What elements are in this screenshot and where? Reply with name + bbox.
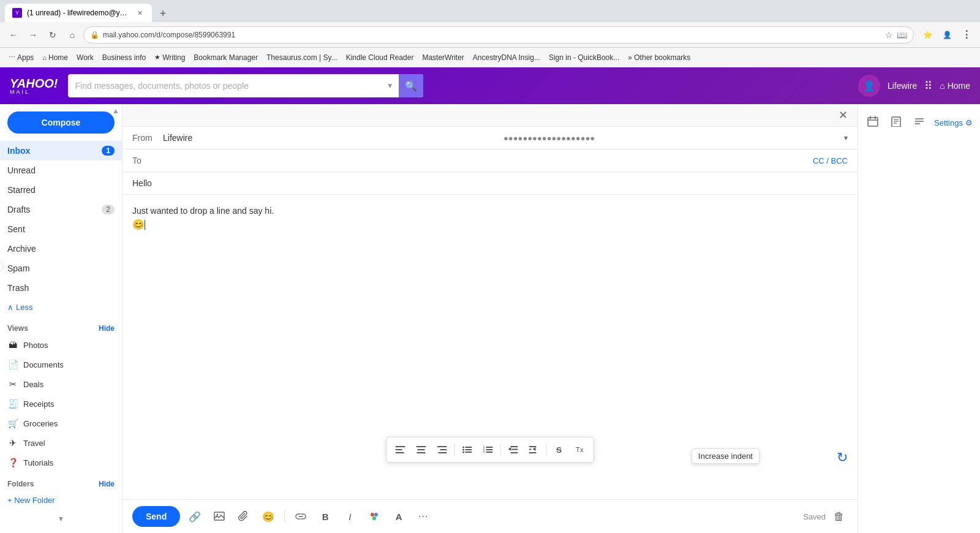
- settings-label: Settings: [934, 118, 963, 127]
- increase-indent-button[interactable]: [524, 440, 544, 459]
- delete-draft-button[interactable]: 🗑: [831, 508, 848, 525]
- receipts-icon: 🧾: [7, 398, 18, 409]
- subject-field[interactable]: Hello: [123, 172, 858, 195]
- folders-label: Folders: [7, 480, 34, 488]
- bold-button[interactable]: B: [315, 507, 335, 526]
- app-container: YAHOO! MAIL Find messages, documents, ph…: [0, 67, 980, 533]
- send-button[interactable]: Send: [132, 506, 180, 527]
- font-size-button[interactable]: A: [389, 507, 409, 526]
- sidebar-item-starred[interactable]: Starred: [0, 180, 122, 200]
- svg-rect-23: [512, 449, 518, 450]
- active-tab[interactable]: Y (1 unread) - lifewiredemo@yaho... ✕: [5, 4, 152, 22]
- svg-rect-18: [486, 449, 493, 450]
- insert-image-button[interactable]: [209, 507, 229, 526]
- sidebar-scroll-down[interactable]: ▼: [58, 515, 65, 523]
- more-options-button[interactable]: ···: [413, 507, 433, 526]
- bookmark-apps[interactable]: ⋯ Apps: [5, 52, 37, 63]
- color-picker-button[interactable]: [364, 507, 384, 526]
- sidebar-item-trash[interactable]: Trash: [0, 278, 122, 298]
- menu-icon[interactable]: ⋮: [958, 26, 975, 43]
- to-input[interactable]: [163, 156, 813, 165]
- bookmark-writing[interactable]: ★ Writing: [151, 52, 189, 63]
- extensions-icon[interactable]: ⭐: [919, 26, 936, 43]
- reader-mode-icon[interactable]: 📖: [897, 30, 907, 40]
- align-right-button[interactable]: [432, 440, 452, 459]
- clear-format-button[interactable]: Tx: [570, 440, 590, 459]
- from-dropdown[interactable]: ▾: [844, 134, 848, 142]
- sidebar-scroll-up[interactable]: ▲: [112, 107, 119, 115]
- bookmark-star-icon[interactable]: ☆: [885, 30, 893, 40]
- settings-link[interactable]: Settings ⚙: [929, 116, 978, 130]
- compose-header: ✕: [123, 104, 858, 127]
- views-item-deals[interactable]: ✂ Deals: [0, 374, 122, 394]
- right-panel-notes-icon[interactable]: [886, 112, 906, 131]
- groceries-label: Groceries: [23, 419, 58, 428]
- back-button[interactable]: ←: [5, 26, 22, 43]
- compose-button[interactable]: Compose: [7, 112, 115, 134]
- bookmark-business[interactable]: Business info: [99, 52, 149, 63]
- tab-favicon: Y: [12, 8, 22, 18]
- bookmark-work[interactable]: Work: [73, 52, 97, 63]
- compose-body[interactable]: Just wanted to drop a line and say hi. 😊: [123, 195, 858, 499]
- add-folder-button[interactable]: + New Folder: [0, 491, 122, 510]
- right-panel-list-icon[interactable]: [910, 112, 929, 131]
- bookmark-bookmark-manager[interactable]: Bookmark Manager: [190, 52, 262, 63]
- views-item-groceries[interactable]: 🛒 Groceries: [0, 414, 122, 433]
- italic-button[interactable]: I: [340, 507, 360, 526]
- sidebar-item-drafts[interactable]: Drafts 2: [0, 200, 122, 219]
- sidebar-item-sent[interactable]: Sent: [0, 219, 122, 239]
- forward-button[interactable]: →: [24, 26, 42, 43]
- bookmark-quickbooks[interactable]: Sign in - QuickBook...: [545, 52, 623, 63]
- refresh-button[interactable]: ↻: [44, 26, 61, 43]
- tab-close-button[interactable]: ✕: [135, 8, 145, 18]
- views-hide-button[interactable]: Hide: [99, 324, 115, 333]
- search-button[interactable]: 🔍: [399, 74, 423, 97]
- cc-bcc-button[interactable]: CC / BCC: [813, 156, 848, 165]
- folders-hide-button[interactable]: Hide: [99, 480, 115, 488]
- profile-icon[interactable]: 👤: [938, 26, 956, 43]
- grid-menu-icon[interactable]: ⠿: [924, 79, 932, 93]
- align-center-button[interactable]: [412, 440, 431, 459]
- attach-file-button[interactable]: [234, 507, 254, 526]
- new-tab-button[interactable]: +: [154, 5, 172, 22]
- numbered-list-button[interactable]: 1.2.3.: [478, 440, 498, 459]
- to-field[interactable]: To CC / BCC: [123, 149, 858, 172]
- emoji-button[interactable]: 😊: [258, 507, 278, 526]
- right-panel-calendar-icon[interactable]: [863, 112, 883, 131]
- tutorials-label: Tutorials: [23, 458, 53, 467]
- strikethrough-button[interactable]: S: [549, 440, 569, 459]
- bookmark-other[interactable]: » Other bookmarks: [624, 52, 694, 63]
- attach-link-button[interactable]: 🔗: [185, 507, 205, 526]
- bookmark-masterwriter[interactable]: MasterWriter: [418, 52, 467, 63]
- home-button[interactable]: ⌂: [64, 26, 81, 43]
- views-item-receipts[interactable]: 🧾 Receipts: [0, 394, 122, 414]
- svg-rect-27: [529, 449, 532, 450]
- views-item-photos[interactable]: 🏔 Photos: [0, 335, 122, 355]
- bookmark-ancestry[interactable]: AncestryDNA Insig...: [469, 52, 544, 63]
- views-item-tutorials[interactable]: ❓ Tutorials: [0, 453, 122, 472]
- from-email-masked: ●●●●●●●●●●●●●●●●●●●: [503, 134, 844, 143]
- bullet-list-button[interactable]: [458, 440, 477, 459]
- decrease-indent-button[interactable]: [503, 440, 523, 459]
- views-item-documents[interactable]: 📄 Documents: [0, 355, 122, 374]
- bookmark-thesaurus[interactable]: Thesaurus.com | Sy...: [263, 52, 341, 63]
- home-link[interactable]: ⌂ Home: [940, 81, 970, 91]
- search-dropdown-icon[interactable]: ▼: [386, 81, 394, 90]
- svg-rect-5: [417, 452, 426, 453]
- bookmark-kindle[interactable]: Kindle Cloud Reader: [342, 52, 418, 63]
- compose-close-button[interactable]: ✕: [835, 108, 850, 123]
- insert-link-button[interactable]: [291, 507, 311, 526]
- sidebar-item-archive[interactable]: Archive: [0, 239, 122, 259]
- address-bar[interactable]: 🔒 mail.yahoo.com/d/compose/8599063991 ☆ …: [83, 26, 914, 43]
- search-bar[interactable]: Find messages, documents, photos or peop…: [68, 74, 423, 97]
- sidebar-item-inbox[interactable]: Inbox 1: [0, 141, 122, 161]
- views-item-travel[interactable]: ✈ Travel: [0, 433, 122, 453]
- sidebar-item-unread[interactable]: Unread: [0, 161, 122, 180]
- less-toggle[interactable]: ∧ Less: [0, 298, 122, 317]
- address-text: mail.yahoo.com/d/compose/8599063991: [103, 31, 881, 39]
- sidebar-item-spam[interactable]: Spam: [0, 259, 122, 278]
- align-left-button[interactable]: [391, 440, 410, 459]
- bookmark-home[interactable]: ⌂ Home: [39, 52, 72, 63]
- refresh-spinner[interactable]: ↻: [837, 450, 848, 466]
- bottom-sep-1: [284, 510, 285, 523]
